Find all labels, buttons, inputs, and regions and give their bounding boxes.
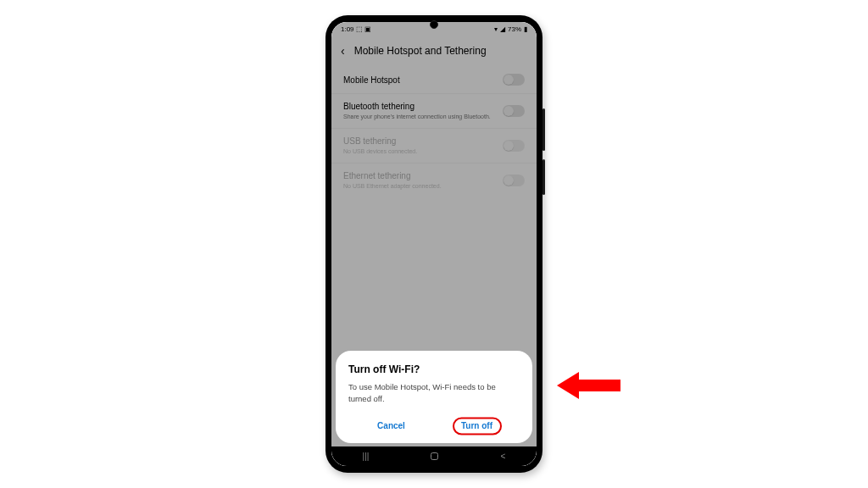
screen: 1:09 ⬚ ▣ ▾ ◢ 73% ▮ ‹ Mobile Hotspot and … — [331, 22, 537, 466]
row-title: Mobile Hotspot — [343, 75, 496, 85]
notification-icon: ⬚ ▣ — [356, 25, 371, 33]
row-title: USB tethering — [343, 136, 496, 146]
wifi-icon: ▾ — [494, 25, 498, 33]
nav-recents[interactable]: ||| — [363, 452, 370, 461]
status-right: ▾ ◢ 73% ▮ — [494, 25, 527, 33]
toggle-bluetooth-tethering[interactable] — [503, 105, 525, 117]
front-camera-icon — [430, 20, 438, 29]
power-button — [542, 159, 545, 195]
phone-frame: 1:09 ⬚ ▣ ▾ ◢ 73% ▮ ‹ Mobile Hotspot and … — [326, 15, 542, 473]
turn-off-label: Turn off — [461, 421, 492, 430]
status-left: 1:09 ⬚ ▣ — [341, 25, 371, 33]
pointer-arrow-icon — [557, 369, 620, 406]
clock: 1:09 — [341, 25, 354, 33]
row-title: Bluetooth tethering — [343, 102, 496, 111]
cancel-button[interactable]: Cancel — [348, 415, 434, 436]
page-title: Mobile Hotspot and Tethering — [354, 45, 487, 57]
app-header: ‹ Mobile Hotspot and Tethering — [331, 36, 537, 64]
battery-label: 73% — [508, 25, 521, 33]
turn-off-button[interactable]: Turn off — [434, 415, 520, 436]
dialog-turn-off-wifi: Turn off Wi-Fi? To use Mobile Hotspot, W… — [336, 351, 532, 443]
battery-icon: ▮ — [524, 25, 527, 33]
dialog-title: Turn off Wi-Fi? — [348, 363, 520, 375]
row-subtitle: No USB devices connected. — [343, 147, 496, 155]
svg-marker-0 — [557, 372, 620, 399]
toggle-usb-tethering — [503, 140, 525, 152]
signal-icon: ◢ — [500, 25, 505, 33]
row-title: Ethernet tethering — [343, 171, 496, 180]
toggle-mobile-hotspot[interactable] — [503, 74, 525, 86]
row-bluetooth-tethering[interactable]: Bluetooth tethering Share your phone's i… — [331, 93, 537, 128]
row-mobile-hotspot[interactable]: Mobile Hotspot — [331, 66, 537, 93]
back-icon[interactable]: ‹ — [341, 45, 345, 57]
toggle-ethernet-tethering — [503, 175, 525, 186]
row-ethernet-tethering: Ethernet tethering No USB Ethernet adapt… — [331, 163, 537, 197]
row-usb-tethering: USB tethering No USB devices connected. — [331, 128, 537, 163]
dialog-body: To use Mobile Hotspot, Wi-Fi needs to be… — [348, 381, 520, 404]
volume-button — [542, 108, 545, 151]
row-subtitle: Share your phone's internet connection u… — [343, 113, 496, 120]
nav-back[interactable]: < — [501, 452, 506, 461]
dialog-buttons: Cancel Turn off — [348, 415, 520, 436]
nav-bar: ||| < — [331, 446, 537, 466]
row-subtitle: No USB Ethernet adapter connected. — [343, 182, 496, 190]
nav-home[interactable] — [431, 452, 438, 460]
